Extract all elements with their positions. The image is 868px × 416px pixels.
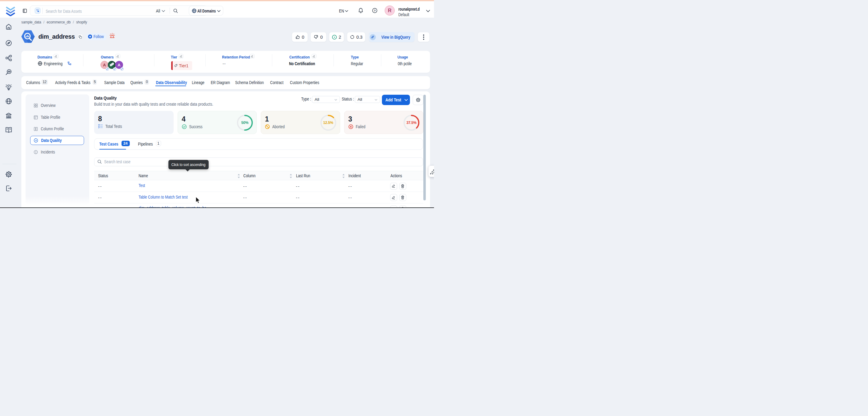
svg-text:?: ?	[374, 9, 376, 12]
